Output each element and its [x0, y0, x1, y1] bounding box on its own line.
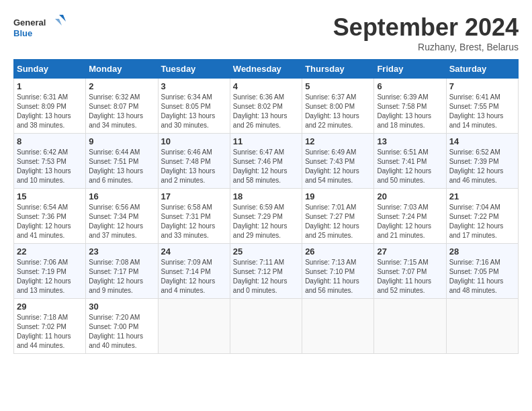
day-number: 3 [161, 81, 227, 91]
calendar-day-cell: 1 Sunrise: 6:31 AM Sunset: 8:09 PM Dayli… [14, 79, 86, 134]
calendar-day-cell: 23 Sunrise: 7:08 AM Sunset: 7:17 PM Dayl… [86, 244, 158, 299]
calendar-day-cell: 25 Sunrise: 7:11 AM Sunset: 7:12 PM Dayl… [230, 244, 302, 299]
calendar-week-row: 22 Sunrise: 7:06 AM Sunset: 7:19 PM Dayl… [14, 244, 519, 299]
calendar-day-cell: 10 Sunrise: 6:46 AM Sunset: 7:48 PM Dayl… [158, 134, 230, 189]
day-info: Sunrise: 6:51 AM Sunset: 7:41 PM Dayligh… [377, 148, 443, 185]
calendar-day-cell: 27 Sunrise: 7:15 AM Sunset: 7:07 PM Dayl… [374, 244, 446, 299]
calendar-day-cell: 4 Sunrise: 6:36 AM Sunset: 8:02 PM Dayli… [230, 79, 302, 134]
day-number: 25 [233, 246, 299, 257]
calendar-day-cell: 20 Sunrise: 7:03 AM Sunset: 7:24 PM Dayl… [374, 189, 446, 244]
day-number: 2 [89, 81, 154, 91]
day-number: 17 [161, 191, 227, 201]
general-blue-logo: General Blue [13, 13, 67, 44]
day-number: 21 [449, 191, 515, 201]
col-saturday: Saturday [446, 60, 518, 79]
calendar-day-cell: 14 Sunrise: 6:52 AM Sunset: 7:39 PM Dayl… [446, 134, 518, 189]
calendar-day-cell: 8 Sunrise: 6:42 AM Sunset: 7:53 PM Dayli… [14, 134, 86, 189]
calendar-day-cell: 19 Sunrise: 7:01 AM Sunset: 7:27 PM Dayl… [302, 189, 374, 244]
month-title: September 2024 [333, 13, 519, 42]
calendar-day-cell: 28 Sunrise: 7:16 AM Sunset: 7:05 PM Dayl… [446, 244, 518, 299]
day-info: Sunrise: 6:52 AM Sunset: 7:39 PM Dayligh… [449, 148, 515, 185]
day-info: Sunrise: 6:49 AM Sunset: 7:43 PM Dayligh… [305, 148, 371, 185]
day-number: 7 [449, 81, 515, 91]
calendar-day-cell [374, 299, 446, 354]
col-thursday: Thursday [302, 60, 374, 79]
day-info: Sunrise: 7:06 AM Sunset: 7:19 PM Dayligh… [17, 258, 83, 295]
calendar-day-cell [158, 299, 230, 354]
day-info: Sunrise: 6:56 AM Sunset: 7:34 PM Dayligh… [89, 203, 154, 240]
day-info: Sunrise: 6:58 AM Sunset: 7:31 PM Dayligh… [161, 203, 227, 240]
day-number: 9 [89, 136, 154, 146]
calendar-day-cell [446, 299, 518, 354]
calendar-day-cell [302, 299, 374, 354]
day-info: Sunrise: 7:01 AM Sunset: 7:27 PM Dayligh… [305, 203, 371, 240]
day-info: Sunrise: 7:18 AM Sunset: 7:02 PM Dayligh… [17, 313, 83, 351]
day-number: 14 [449, 136, 515, 146]
calendar-day-cell: 15 Sunrise: 6:54 AM Sunset: 7:36 PM Dayl… [14, 189, 86, 244]
day-info: Sunrise: 6:41 AM Sunset: 7:55 PM Dayligh… [449, 93, 515, 130]
day-number: 15 [17, 191, 83, 201]
calendar-week-row: 15 Sunrise: 6:54 AM Sunset: 7:36 PM Dayl… [14, 189, 519, 244]
day-number: 13 [377, 136, 443, 146]
calendar-day-cell: 22 Sunrise: 7:06 AM Sunset: 7:19 PM Dayl… [14, 244, 86, 299]
day-number: 29 [17, 302, 83, 312]
day-info: Sunrise: 6:54 AM Sunset: 7:36 PM Dayligh… [17, 203, 83, 240]
calendar-week-row: 29 Sunrise: 7:18 AM Sunset: 7:02 PM Dayl… [14, 299, 519, 354]
calendar-day-cell: 30 Sunrise: 7:20 AM Sunset: 7:00 PM Dayl… [86, 299, 158, 354]
day-number: 4 [233, 81, 299, 91]
title-area: September 2024 Ruzhany, Brest, Belarus [333, 13, 519, 52]
day-info: Sunrise: 6:42 AM Sunset: 7:53 PM Dayligh… [17, 148, 83, 185]
day-info: Sunrise: 6:59 AM Sunset: 7:29 PM Dayligh… [233, 203, 299, 240]
day-number: 10 [161, 136, 227, 146]
day-info: Sunrise: 7:16 AM Sunset: 7:05 PM Dayligh… [449, 258, 515, 295]
calendar-week-row: 1 Sunrise: 6:31 AM Sunset: 8:09 PM Dayli… [14, 79, 519, 134]
calendar-day-cell: 17 Sunrise: 6:58 AM Sunset: 7:31 PM Dayl… [158, 189, 230, 244]
day-info: Sunrise: 7:15 AM Sunset: 7:07 PM Dayligh… [377, 258, 443, 295]
calendar-day-cell: 9 Sunrise: 6:44 AM Sunset: 7:51 PM Dayli… [86, 134, 158, 189]
calendar-day-cell: 16 Sunrise: 6:56 AM Sunset: 7:34 PM Dayl… [86, 189, 158, 244]
calendar-day-cell: 2 Sunrise: 6:32 AM Sunset: 8:07 PM Dayli… [86, 79, 158, 134]
calendar-day-cell: 6 Sunrise: 6:39 AM Sunset: 7:58 PM Dayli… [374, 79, 446, 134]
day-number: 8 [17, 136, 83, 146]
svg-marker-2 [59, 15, 66, 21]
day-number: 22 [17, 246, 83, 257]
calendar-day-cell [230, 299, 302, 354]
day-info: Sunrise: 6:34 AM Sunset: 8:05 PM Dayligh… [161, 93, 227, 130]
day-number: 23 [89, 246, 154, 257]
calendar-day-cell: 18 Sunrise: 6:59 AM Sunset: 7:29 PM Dayl… [230, 189, 302, 244]
day-info: Sunrise: 7:13 AM Sunset: 7:10 PM Dayligh… [305, 258, 371, 295]
day-info: Sunrise: 7:11 AM Sunset: 7:12 PM Dayligh… [233, 258, 299, 295]
day-info: Sunrise: 7:09 AM Sunset: 7:14 PM Dayligh… [161, 258, 227, 295]
day-info: Sunrise: 7:08 AM Sunset: 7:17 PM Dayligh… [89, 258, 154, 295]
day-info: Sunrise: 6:47 AM Sunset: 7:46 PM Dayligh… [233, 148, 299, 185]
day-info: Sunrise: 6:37 AM Sunset: 8:00 PM Dayligh… [305, 93, 371, 130]
day-number: 1 [17, 81, 83, 91]
calendar-day-cell: 12 Sunrise: 6:49 AM Sunset: 7:43 PM Dayl… [302, 134, 374, 189]
col-wednesday: Wednesday [230, 60, 302, 79]
svg-text:General: General [13, 17, 46, 28]
calendar-table: Sunday Monday Tuesday Wednesday Thursday… [13, 59, 519, 354]
svg-text:Blue: Blue [13, 28, 32, 38]
calendar-day-cell: 24 Sunrise: 7:09 AM Sunset: 7:14 PM Dayl… [158, 244, 230, 299]
day-number: 19 [305, 191, 371, 201]
day-info: Sunrise: 6:44 AM Sunset: 7:51 PM Dayligh… [89, 148, 154, 185]
day-number: 6 [377, 81, 443, 91]
day-number: 5 [305, 81, 371, 91]
svg-marker-3 [55, 19, 62, 26]
logo: General Blue [13, 13, 67, 44]
calendar-header-row: Sunday Monday Tuesday Wednesday Thursday… [14, 60, 519, 79]
col-friday: Friday [374, 60, 446, 79]
calendar-day-cell: 5 Sunrise: 6:37 AM Sunset: 8:00 PM Dayli… [302, 79, 374, 134]
calendar-day-cell: 26 Sunrise: 7:13 AM Sunset: 7:10 PM Dayl… [302, 244, 374, 299]
calendar-day-cell: 29 Sunrise: 7:18 AM Sunset: 7:02 PM Dayl… [14, 299, 86, 354]
page-header: General Blue September 2024 Ruzhany, Bre… [13, 13, 519, 52]
day-number: 27 [377, 246, 443, 257]
day-info: Sunrise: 6:36 AM Sunset: 8:02 PM Dayligh… [233, 93, 299, 130]
calendar-day-cell: 11 Sunrise: 6:47 AM Sunset: 7:46 PM Dayl… [230, 134, 302, 189]
day-number: 30 [89, 302, 154, 312]
day-number: 20 [377, 191, 443, 201]
day-info: Sunrise: 6:31 AM Sunset: 8:09 PM Dayligh… [17, 93, 83, 130]
col-monday: Monday [86, 60, 158, 79]
location-subtitle: Ruzhany, Brest, Belarus [333, 42, 519, 52]
col-sunday: Sunday [14, 60, 86, 79]
